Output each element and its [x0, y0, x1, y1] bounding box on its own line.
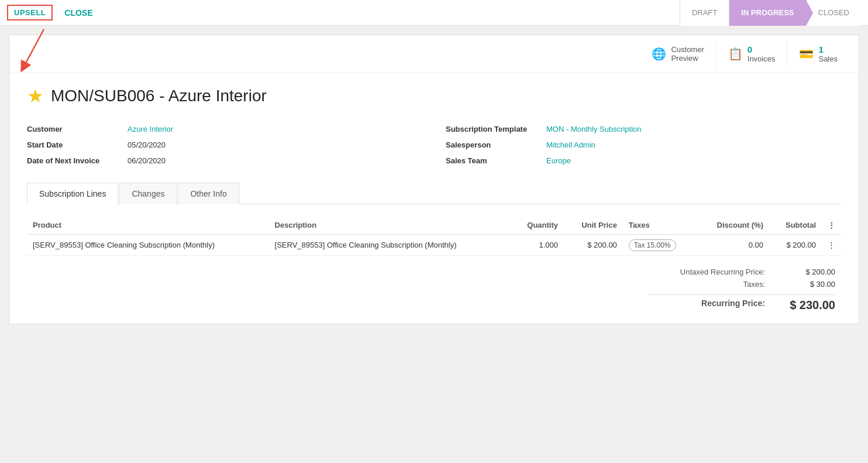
col-product: Product: [27, 216, 269, 235]
tab-subscription-lines[interactable]: Subscription Lines: [27, 183, 118, 204]
sales-count: 1: [818, 44, 823, 54]
customer-preview-button[interactable]: 🌐 Customer Preview: [640, 40, 715, 68]
invoices-button[interactable]: 📋 0 Invoices: [716, 40, 787, 68]
cell-discount: 0.00: [697, 235, 769, 256]
recurring-value: $ 230.00: [788, 299, 835, 312]
field-next-invoice: Date of Next Invoice 06/20/2020: [27, 156, 422, 165]
record-header: 🌐 Customer Preview 📋 0 Invoices 💳 1 Sale…: [9, 35, 859, 73]
status-bar: DRAFT IN PROGRESS CLOSED: [680, 0, 861, 26]
col-quantity: Quantity: [511, 216, 564, 235]
invoice-icon: 📋: [728, 47, 743, 61]
tab-changes[interactable]: Changes: [119, 183, 177, 204]
subscription-table: Product Description Quantity Unit Price …: [27, 216, 841, 256]
field-customer: Customer Azure Interior: [27, 125, 422, 133]
top-bar: UPSELL CLOSE DRAFT IN PROGRESS CLOSED: [0, 0, 868, 26]
customer-label: Customer: [27, 125, 120, 133]
status-closed[interactable]: CLOSED: [806, 0, 861, 26]
cell-description: [SERV_89553] Office Cleaning Subscriptio…: [269, 235, 511, 256]
subscription-template-label: Subscription Template: [446, 125, 539, 133]
total-untaxed: Untaxed Recurring Price: $ 200.00: [648, 267, 835, 276]
globe-icon: 🌐: [652, 47, 666, 61]
field-salesperson: Salesperson Mitchell Admin: [446, 140, 841, 149]
col-subtotal: Subtotal: [769, 216, 822, 235]
sales-team-value[interactable]: Europe: [546, 156, 571, 165]
col-menu[interactable]: ⋮: [822, 216, 841, 235]
taxes-label: Taxes:: [648, 280, 765, 289]
cell-quantity: 1.000: [511, 235, 564, 256]
total-taxes: Taxes: $ 30.00: [648, 280, 835, 289]
sales-team-label: Sales Team: [446, 156, 539, 165]
field-subscription-template: Subscription Template MON - Monthly Subs…: [446, 125, 841, 133]
page-title: MON/SUB006 - Azure Interior: [51, 87, 267, 105]
tabs: Subscription Lines Changes Other Info: [27, 183, 841, 204]
main-content: 🌐 Customer Preview 📋 0 Invoices 💳 1 Sale…: [9, 35, 859, 324]
total-recurring: Recurring Price: $ 230.00: [648, 294, 835, 312]
next-invoice-label: Date of Next Invoice: [27, 156, 120, 165]
salesperson-label: Salesperson: [446, 140, 539, 149]
customer-preview-label: Customer Preview: [671, 45, 704, 63]
tax-badge: Tax 15.00%: [629, 239, 676, 251]
record-title: ★ MON/SUB006 - Azure Interior: [27, 85, 841, 107]
star-icon[interactable]: ★: [27, 85, 44, 107]
col-description: Description: [269, 216, 511, 235]
salesperson-value[interactable]: Mitchell Admin: [546, 140, 595, 149]
cell-unit-price: $ 200.00: [564, 235, 623, 256]
untaxed-label: Untaxed Recurring Price:: [648, 267, 765, 276]
totals-section: Untaxed Recurring Price: $ 200.00 Taxes:…: [27, 267, 841, 312]
untaxed-value: $ 200.00: [788, 267, 835, 276]
start-date-label: Start Date: [27, 140, 120, 149]
col-taxes: Taxes: [623, 216, 697, 235]
field-start-date: Start Date 05/20/2020: [27, 140, 422, 149]
sales-button[interactable]: 💳 1 Sales: [787, 40, 849, 68]
subscription-template-value[interactable]: MON - Monthly Subscription: [546, 125, 642, 133]
customer-value[interactable]: Azure Interior: [128, 125, 173, 133]
row-menu-button[interactable]: ⋮: [822, 235, 841, 256]
sales-label: Sales: [818, 54, 838, 63]
next-invoice-value: 06/20/2020: [128, 156, 166, 165]
invoices-count: 0: [748, 44, 752, 54]
sales-icon: 💳: [799, 47, 814, 61]
cell-taxes: Tax 15.00%: [623, 235, 697, 256]
table-row: [SERV_89553] Office Cleaning Subscriptio…: [27, 235, 841, 256]
taxes-value: $ 30.00: [788, 280, 835, 289]
field-sales-team: Sales Team Europe: [446, 156, 841, 165]
record-body: ★ MON/SUB006 - Azure Interior Customer A…: [9, 73, 859, 324]
upsell-button[interactable]: UPSELL: [7, 5, 53, 20]
col-discount: Discount (%): [697, 216, 769, 235]
cell-product[interactable]: [SERV_89553] Office Cleaning Subscriptio…: [27, 235, 269, 256]
start-date-value: 05/20/2020: [128, 140, 166, 149]
status-in-progress[interactable]: IN PROGRESS: [729, 0, 805, 26]
col-unit-price: Unit Price: [564, 216, 623, 235]
status-draft[interactable]: DRAFT: [680, 0, 729, 26]
cell-subtotal: $ 200.00: [769, 235, 822, 256]
tab-other-info[interactable]: Other Info: [178, 183, 239, 204]
recurring-label: Recurring Price:: [648, 299, 765, 312]
close-button[interactable]: CLOSE: [64, 8, 92, 18]
invoices-label: Invoices: [748, 54, 776, 63]
fields-grid: Customer Azure Interior Start Date 05/20…: [27, 125, 841, 165]
